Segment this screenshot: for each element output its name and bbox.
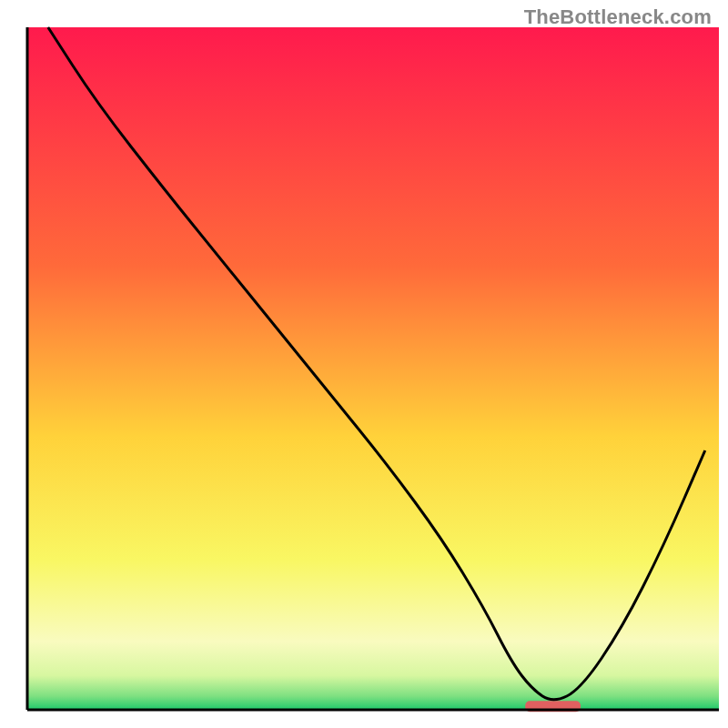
watermark-text: TheBottleneck.com	[524, 5, 712, 29]
plot-gradient-bg	[27, 27, 719, 710]
chart-container: { "watermark": "TheBottleneck.com", "cha…	[0, 0, 728, 728]
bottleneck-plot	[0, 0, 728, 728]
